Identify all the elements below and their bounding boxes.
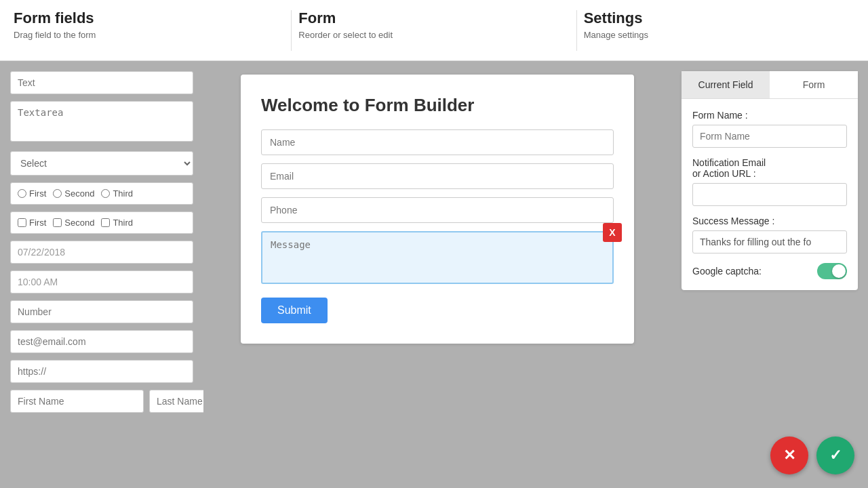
number-field-item [10,300,193,323]
success-input[interactable] [692,230,847,253]
success-label: Success Message : [692,216,847,226]
radio-first-label[interactable]: First [18,188,46,199]
tab-form[interactable]: Form [770,71,858,98]
header: Form fields Drag field to the form Form … [0,0,868,61]
form-name-input[interactable] [261,129,614,155]
form-subtitle: Reorder or select to edit [298,30,569,40]
header-divider-1 [291,10,292,51]
email-field-item [10,330,193,353]
cancel-button[interactable]: ✕ [770,436,808,474]
form-name-setting-input[interactable] [692,125,847,148]
form-card-title: Welcome to Form Builder [261,95,614,116]
text-field-item [10,71,193,94]
url-input[interactable] [10,360,193,383]
settings-subtitle: Manage settings [584,30,854,40]
checkbox-second[interactable] [53,218,62,227]
captcha-row: Google captcha: [692,263,847,279]
checkbox-third[interactable] [101,218,110,227]
name-field-item [10,390,193,413]
time-input[interactable] [10,270,193,293]
text-input[interactable] [10,71,193,94]
form-card: Welcome to Form Builder X Submit [241,75,634,344]
firstname-input[interactable] [10,390,144,413]
toggle-knob [832,264,846,278]
email-input[interactable] [10,330,193,353]
fields-title: Form fields [14,9,284,27]
fields-subtitle: Drag field to the form [14,30,284,40]
radio-third[interactable] [101,189,110,198]
radio-third-label[interactable]: Third [101,188,133,199]
checkbox-third-label[interactable]: Third [101,218,133,228]
form-email-field [261,163,614,189]
radio-second-label[interactable]: Second [53,188,94,199]
form-name-field [261,129,614,155]
textarea-input[interactable] [10,101,193,142]
header-form-section: Form Reorder or select to edit [298,9,569,40]
notification-input[interactable] [692,183,847,206]
checkbox-first[interactable] [18,218,26,227]
header-fields-section: Form fields Drag field to the form [14,9,284,40]
textarea-field-item [10,101,193,144]
settings-card: Current Field Form Form Name : Notificat… [682,71,858,290]
form-name-label: Form Name : [692,110,847,121]
header-settings-section: Settings Manage settings [584,9,854,40]
select-field-item: Select [10,151,193,176]
notification-label: Notification Email or Action URL : [692,157,847,179]
radio-group: First Second Third [10,182,193,205]
radio-first[interactable] [18,189,26,198]
confirm-button[interactable]: ✓ [816,436,854,474]
form-message-input[interactable] [262,232,612,280]
checkbox-group: First Second Third [10,211,193,234]
header-divider-2 [576,10,577,51]
center-panel: Welcome to Form Builder X Submit [203,61,671,488]
tab-current-field[interactable]: Current Field [682,71,770,98]
checkbox-first-label[interactable]: First [18,218,46,228]
form-title: Form [298,9,569,27]
radio-field-item: First Second Third [10,182,193,205]
number-input[interactable] [10,300,193,323]
name-row [10,390,193,413]
settings-title: Settings [584,9,854,27]
main-layout: Select First Second Third First Second T… [0,61,868,488]
url-field-item [10,360,193,383]
select-input[interactable]: Select [10,151,193,176]
form-phone-input[interactable] [261,197,614,223]
right-panel: Current Field Form Form Name : Notificat… [671,61,868,488]
date-input[interactable] [10,241,193,264]
left-panel: Select First Second Third First Second T… [0,61,203,488]
time-field-item [10,270,193,293]
captcha-toggle[interactable] [817,263,847,279]
settings-body: Form Name : Notification Email or Action… [682,99,858,290]
radio-second[interactable] [53,189,62,198]
form-textarea-wrap: X [261,231,614,284]
form-email-input[interactable] [261,163,614,189]
form-message-field: X [261,231,614,284]
checkbox-second-label[interactable]: Second [53,218,94,228]
lastname-input[interactable] [149,390,203,413]
checkbox-field-item: First Second Third [10,211,193,234]
settings-tabs: Current Field Form [682,71,858,99]
submit-button[interactable]: Submit [261,298,328,323]
bottom-buttons: ✕ ✓ [770,436,854,474]
captcha-label: Google captcha: [692,266,762,277]
date-field-item [10,241,193,264]
remove-message-button[interactable]: X [603,223,622,242]
form-phone-field [261,197,614,223]
